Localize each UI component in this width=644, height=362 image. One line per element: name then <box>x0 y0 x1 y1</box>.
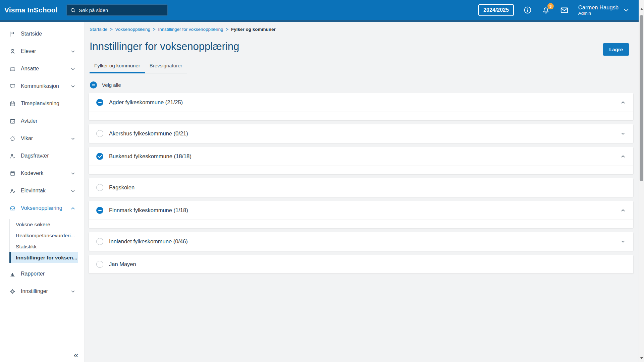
app-logo[interactable]: Visma InSchool <box>4 6 58 14</box>
select-all[interactable]: Velg alle <box>90 81 633 88</box>
chevron-down-icon[interactable] <box>620 131 626 136</box>
breadcrumb-link-startside[interactable]: Startside <box>90 27 107 32</box>
breadcrumb-current: Fylker og kommuner <box>231 27 276 32</box>
chevron-down-icon <box>70 289 76 294</box>
sidebar-item-elevinntak[interactable]: Elevinntak <box>0 182 85 199</box>
briefcase-icon <box>9 66 16 72</box>
info-icon <box>523 6 532 14</box>
section-buskerud-fylkeskommune-18-18: Buskerud fylkeskommune (18/18) <box>89 147 633 174</box>
section-finnmark-fylkeskommune-1-18: Finnmark fylkeskommune (1/18) <box>89 201 633 228</box>
chart-icon <box>9 271 16 277</box>
info-button[interactable] <box>523 5 532 15</box>
section-checkbox[interactable] <box>96 261 103 268</box>
chevron-down-icon <box>70 188 76 194</box>
chevron-down-icon <box>70 66 76 72</box>
section-innlandet-fylkeskommune-0-46: Innlandet fylkeskommune (0/46) <box>89 232 633 251</box>
messages-button[interactable] <box>560 5 569 15</box>
sidebar-item-elever[interactable]: Elever <box>0 43 85 60</box>
sidebar-item-label: Vikar <box>21 135 33 141</box>
submenu-item-statistikk[interactable]: Statistikk <box>10 241 78 252</box>
sidebar-item-label: Startside <box>21 31 42 37</box>
section-header[interactable]: Finnmark fylkeskommune (1/18) <box>89 201 633 220</box>
global-search[interactable] <box>66 4 168 16</box>
section-agder-fylkeskommune-21-25: Agder fylkeskommune (21/25) <box>89 93 633 120</box>
tab-fylker-og-kommuner[interactable]: Fylker og kommuner <box>90 63 145 73</box>
sidebar-item-kodeverk[interactable]: Kodeverk <box>0 165 85 182</box>
page-scrollbar <box>639 0 644 362</box>
breadcrumb-link-voksenopplaering[interactable]: Voksenopplæring <box>115 27 150 32</box>
sidebar-item-timeplanvisning[interactable]: Timeplanvisning <box>0 95 85 112</box>
section-checkbox[interactable] <box>96 130 103 137</box>
sidebar-item-dagsfravaer[interactable]: Dagsfravær <box>0 147 85 165</box>
sidebar-item-label: Elevinntak <box>21 188 46 194</box>
sidebar-item-ansatte[interactable]: Ansatte <box>0 60 85 77</box>
refresh-icon <box>9 135 16 142</box>
tab-brevsignaturer[interactable]: Brevsignaturer <box>145 63 187 73</box>
page-title: Innstillinger for voksenopplæring <box>90 41 633 53</box>
chevron-down-icon <box>70 49 76 54</box>
section-title: Fagskolen <box>109 184 135 191</box>
sidebar-nav: StartsideEleverAnsatteKommunikasjonTimep… <box>0 25 85 300</box>
sidebar-item-avtaler[interactable]: Avtaler <box>0 112 85 130</box>
section-title: Buskerud fylkeskommune (18/18) <box>109 153 192 160</box>
section-checkbox[interactable] <box>96 153 103 160</box>
chevron-down-icon <box>70 171 76 176</box>
section-header[interactable]: Fagskolen <box>89 178 633 197</box>
sidebar-item-label: Timeplanvisning <box>21 101 59 107</box>
chevron-down-icon <box>623 6 630 14</box>
sidebar-item-voksenopplaering[interactable]: Voksenopplæring <box>0 199 85 217</box>
sidebar-item-innstillinger[interactable]: Innstillinger <box>0 283 85 300</box>
notification-badge: 3 <box>547 3 554 9</box>
municipality-grid <box>89 220 633 228</box>
section-header[interactable]: Akershus fylkeskommune (0/21) <box>89 124 633 143</box>
search-icon <box>70 7 76 13</box>
user-name: Carmen Haugsb <box>578 4 619 11</box>
sidebar-item-startside[interactable]: Startside <box>0 25 85 43</box>
gear-icon <box>9 288 16 295</box>
section-checkbox[interactable] <box>96 207 103 214</box>
breadcrumb-link-innstillinger-for-voksenopplaering[interactable]: Innstillinger for voksenopplæring <box>158 27 223 32</box>
tab-strip: Fylker og kommunerBrevsignaturer <box>90 63 187 73</box>
chevron-up-icon[interactable] <box>620 154 626 159</box>
section-header[interactable]: Jan Mayen <box>89 255 633 274</box>
section-jan-mayen: Jan Mayen <box>89 255 633 274</box>
scrollbar-up-arrow[interactable] <box>640 8 643 10</box>
chevron-up-icon <box>70 205 76 211</box>
sidebar-item-label: Rapporter <box>21 271 45 277</box>
sidebar-item-kommunikasjon[interactable]: Kommunikasjon <box>0 77 85 95</box>
inbox-icon <box>9 205 16 212</box>
sidebar: StartsideEleverAnsatteKommunikasjonTimep… <box>0 22 85 362</box>
main-content: Startside>Voksenopplæring>Innstillinger … <box>85 22 639 362</box>
flag-icon <box>9 31 16 37</box>
select-all-label: Velg alle <box>102 82 121 88</box>
chevron-up-icon[interactable] <box>620 100 626 105</box>
section-checkbox[interactable] <box>96 238 103 245</box>
save-button[interactable]: Lagre <box>603 43 629 56</box>
notifications-button[interactable]: 3 <box>541 5 551 15</box>
school-year-button[interactable]: 2024/2025 <box>478 4 514 16</box>
municipality-grid <box>89 166 633 174</box>
section-header[interactable]: Agder fylkeskommune (21/25) <box>89 93 633 112</box>
chevron-down-icon[interactable] <box>620 239 626 244</box>
envelope-icon <box>559 5 569 15</box>
submenu-item-realkompetansevurderi[interactable]: Realkompetansevurderi... <box>10 230 78 241</box>
select-all-checkbox[interactable] <box>90 81 97 88</box>
submenu-voksenopplaering: Voksne søkereRealkompetansevurderi...Sta… <box>9 219 78 263</box>
database-icon <box>9 170 16 177</box>
section-header[interactable]: Buskerud fylkeskommune (18/18) <box>89 147 633 166</box>
scrollbar-down-arrow[interactable] <box>640 357 643 359</box>
section-checkbox[interactable] <box>96 99 103 106</box>
sidebar-item-rapporter[interactable]: Rapporter <box>0 265 85 283</box>
search-input[interactable] <box>79 7 164 13</box>
scrollbar-thumb[interactable] <box>640 15 643 181</box>
submenu-item-innstillinger-for-voksen[interactable]: Innstillinger for voksen... <box>9 252 78 263</box>
user-menu[interactable]: Carmen Haugsb Admin <box>578 4 630 16</box>
collapse-sidebar-button[interactable]: « <box>74 351 78 359</box>
user-role: Admin <box>578 11 619 16</box>
section-header[interactable]: Innlandet fylkeskommune (0/46) <box>89 232 633 251</box>
chevron-up-icon[interactable] <box>620 207 626 213</box>
breadcrumb-separator-icon: > <box>226 27 228 32</box>
sidebar-item-vikar[interactable]: Vikar <box>0 130 85 147</box>
section-checkbox[interactable] <box>96 184 103 191</box>
submenu-item-voksne-sokere[interactable]: Voksne søkere <box>10 219 78 230</box>
